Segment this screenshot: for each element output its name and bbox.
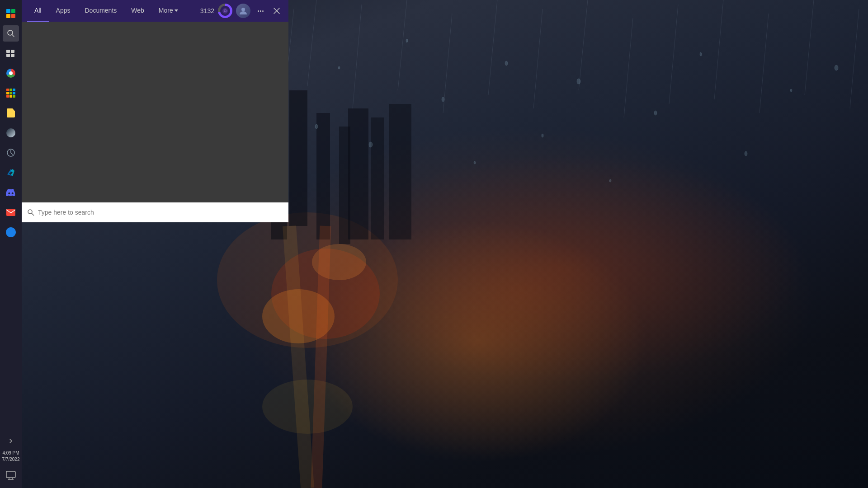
user-avatar-svg	[239, 6, 248, 15]
svg-rect-7	[339, 127, 350, 244]
search-panel: All Apps Documents Web More	[22, 0, 288, 222]
monitor-icon-svg	[6, 471, 16, 480]
svg-line-27	[760, 14, 769, 113]
task-view-icon-svg	[6, 50, 15, 57]
svg-point-51	[262, 380, 353, 434]
svg-line-18	[353, 5, 362, 108]
tab-apps[interactable]: Apps	[49, 0, 78, 22]
tab-documents[interactable]: Documents	[77, 0, 124, 22]
extra-icon-svg	[6, 148, 15, 157]
more-options-button[interactable]	[254, 5, 267, 17]
taskbar-clock: 4:09 PM 7/7/2022	[2, 448, 20, 465]
svg-rect-57	[11, 50, 14, 53]
svg-point-36	[315, 124, 318, 129]
svg-point-49	[790, 89, 792, 92]
music-note-icon	[222, 8, 228, 14]
three-dots-icon	[258, 10, 264, 12]
search-tabs: All Apps Documents Web More	[27, 0, 197, 22]
tab-more[interactable]: More	[151, 0, 185, 22]
gmail-taskbar-icon[interactable]	[3, 204, 19, 221]
grid-icon	[6, 89, 15, 98]
tab-all[interactable]: All	[27, 0, 49, 22]
svg-line-52	[289, 226, 307, 488]
start-button[interactable]	[3, 5, 19, 22]
svg-rect-8	[348, 108, 368, 239]
blue-circle-icon	[6, 227, 16, 237]
taskbar-time-text: 4:09 PM	[2, 450, 20, 456]
task-view-icon[interactable]	[3, 45, 19, 61]
svg-point-50	[835, 65, 838, 70]
svg-line-21	[488, 0, 497, 95]
svg-point-41	[474, 161, 476, 164]
taskbar-date-text: 7/7/2022	[2, 456, 20, 463]
svg-rect-64	[6, 471, 15, 478]
svg-rect-59	[11, 54, 14, 57]
tab-web[interactable]: Web	[124, 0, 151, 22]
search-results-area[interactable]	[22, 22, 288, 202]
svg-point-38	[369, 142, 373, 147]
svg-point-39	[406, 39, 408, 42]
svg-point-48	[745, 151, 747, 156]
tab-more-content: More	[159, 7, 178, 14]
svg-point-37	[338, 66, 340, 69]
vscode-taskbar-icon[interactable]	[3, 164, 19, 181]
discord-icon-svg	[6, 189, 16, 196]
svg-line-24	[624, 18, 633, 117]
file-icon	[7, 108, 15, 117]
search-result-count: 3132	[200, 7, 214, 14]
search-taskbar-icon[interactable]	[3, 25, 19, 42]
tab-documents-label: Documents	[85, 7, 117, 14]
svg-line-23	[579, 0, 588, 90]
svg-line-28	[805, 0, 814, 95]
gmail-icon-svg	[6, 209, 15, 216]
svg-point-1	[271, 249, 380, 339]
tab-apps-label: Apps	[56, 7, 71, 14]
search-bar-top: All Apps Documents Web More	[22, 0, 288, 22]
svg-line-75	[32, 213, 34, 216]
search-icon	[7, 29, 15, 38]
svg-rect-4	[289, 90, 307, 226]
svg-point-47	[700, 52, 702, 56]
svg-point-70	[225, 10, 226, 12]
search-input-bar	[22, 202, 288, 222]
close-icon	[274, 8, 280, 14]
more-chevron-icon	[175, 9, 178, 12]
chevron-right-icon	[8, 438, 14, 444]
steam-taskbar-icon[interactable]	[3, 125, 19, 141]
svg-point-46	[654, 111, 657, 115]
svg-rect-58	[6, 54, 10, 57]
svg-line-26	[714, 0, 723, 99]
close-search-button[interactable]	[270, 5, 283, 17]
svg-point-45	[609, 179, 611, 182]
taskbar-expand-button[interactable]	[5, 436, 16, 446]
music-progress-avatar[interactable]	[218, 4, 232, 18]
svg-rect-10	[389, 104, 411, 239]
svg-rect-56	[6, 50, 10, 53]
display-taskbar-icon[interactable]	[3, 467, 19, 483]
extra-taskbar-icon[interactable]	[3, 145, 19, 161]
svg-line-55	[12, 35, 14, 37]
svg-rect-9	[371, 117, 384, 239]
windows-icon	[6, 9, 15, 18]
music-avatar-inner	[220, 6, 230, 16]
svg-line-29	[850, 9, 859, 108]
apps-grid-taskbar-icon[interactable]	[3, 85, 19, 101]
svg-line-17	[307, 0, 316, 86]
files-taskbar-icon[interactable]	[3, 105, 19, 121]
discord-taskbar-icon[interactable]	[3, 184, 19, 201]
svg-rect-5	[316, 113, 330, 239]
svg-line-25	[669, 5, 678, 104]
search-input-icon	[27, 209, 34, 216]
user-avatar[interactable]	[236, 4, 250, 18]
svg-line-20	[443, 14, 452, 113]
tab-more-label: More	[159, 7, 173, 14]
svg-line-62	[11, 153, 13, 155]
blue-circle-taskbar-icon[interactable]	[3, 224, 19, 240]
svg-point-43	[542, 134, 543, 137]
svg-rect-63	[6, 209, 15, 216]
vscode-icon-svg	[6, 168, 15, 177]
tab-web-label: Web	[131, 7, 144, 14]
search-input[interactable]	[38, 209, 283, 216]
svg-point-3	[312, 244, 366, 280]
chrome-taskbar-icon[interactable]	[3, 65, 19, 81]
